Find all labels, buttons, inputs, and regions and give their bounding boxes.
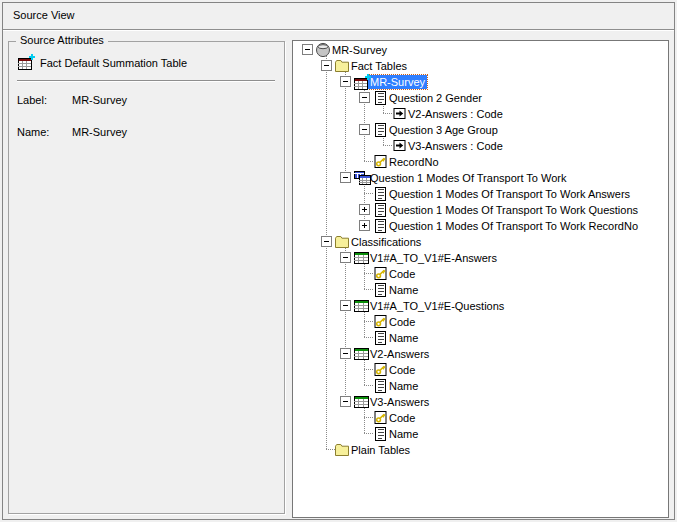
tree-item-label[interactable]: Name: [387, 379, 420, 393]
tree-item[interactable]: MR-Survey: [293, 42, 668, 58]
tree-item[interactable]: Code: [293, 362, 668, 378]
label-field-caption: Label:: [17, 94, 47, 106]
green-table-icon: [353, 250, 371, 266]
tree-item-label[interactable]: Name: [387, 283, 420, 297]
expand-toggle-expanded[interactable]: [359, 92, 370, 103]
expand-toggle-expanded[interactable]: [340, 252, 351, 263]
tree-item[interactable]: Name: [293, 378, 668, 394]
source-tree: MR-SurveyFact TablesMR-SurveyQuestion 2 …: [293, 41, 668, 517]
tree-item[interactable]: Question 2 Gender: [293, 90, 668, 106]
name-field-value: MR-Survey: [72, 126, 127, 138]
tree-item[interactable]: V3-Answers : Code: [293, 138, 668, 154]
doc-icon: [372, 90, 390, 106]
tree-item-label[interactable]: Name: [387, 427, 420, 441]
tree-item-label[interactable]: Question 1 Modes Of Transport To Work Qu…: [387, 203, 640, 217]
tree-item[interactable]: Name: [293, 330, 668, 346]
source-tree-panel[interactable]: MR-SurveyFact TablesMR-SurveyQuestion 2 …: [292, 40, 669, 518]
default-summation-table-label: Fact Default Summation Table: [40, 57, 187, 69]
green-table-icon: [353, 298, 371, 314]
tree-item[interactable]: V3-Answers: [293, 394, 668, 410]
tree-item-label[interactable]: Fact Tables: [349, 59, 409, 73]
expand-toggle-collapsed[interactable]: [359, 204, 370, 215]
expand-toggle-expanded[interactable]: [359, 124, 370, 135]
key-icon: [372, 410, 390, 426]
tree-item-label-selected[interactable]: MR-Survey: [368, 75, 427, 89]
doc-icon: [372, 282, 390, 298]
tree-item-label[interactable]: Question 1 Modes Of Transport To Work An…: [387, 187, 632, 201]
tree-item[interactable]: V2-Answers : Code: [293, 106, 668, 122]
tree-item-label[interactable]: Code: [387, 267, 417, 281]
tree-item-label[interactable]: Name: [387, 331, 420, 345]
tree-item[interactable]: V1#A_TO_V1#E-Questions: [293, 298, 668, 314]
tree-item-label[interactable]: Plain Tables: [349, 443, 412, 457]
doc-icon: [372, 202, 390, 218]
doc-icon: [372, 218, 390, 234]
arrow-icon: [391, 138, 409, 154]
doc-icon: [372, 186, 390, 202]
tree-item-label[interactable]: Question 1 Modes Of Transport To Work: [368, 171, 568, 185]
key-icon: [372, 314, 390, 330]
fact-table-icon: [353, 74, 371, 90]
database-icon: [315, 42, 333, 58]
tree-item-label[interactable]: V2-Answers : Code: [406, 107, 505, 121]
tree-item-label[interactable]: Code: [387, 411, 417, 425]
tree-item[interactable]: Question 3 Age Group: [293, 122, 668, 138]
arrow-icon: [391, 106, 409, 122]
tree-item[interactable]: Name: [293, 426, 668, 442]
green-table-icon: [353, 346, 371, 362]
green-table-icon: [353, 394, 371, 410]
expand-toggle-expanded[interactable]: [321, 236, 332, 247]
tree-item[interactable]: Question 1 Modes Of Transport To Work Re…: [293, 218, 668, 234]
tree-item[interactable]: Question 1 Modes Of Transport To Work An…: [293, 186, 668, 202]
doc-icon: [372, 122, 390, 138]
tree-item[interactable]: Name: [293, 282, 668, 298]
doc-icon: [372, 330, 390, 346]
expand-toggle-expanded[interactable]: [340, 172, 351, 183]
expand-toggle-expanded[interactable]: [340, 348, 351, 359]
key-icon: [372, 362, 390, 378]
tree-item-label[interactable]: V1#A_TO_V1#E-Answers: [368, 251, 499, 265]
expand-toggle-collapsed[interactable]: [359, 220, 370, 231]
doc-icon: [372, 378, 390, 394]
key-icon: [372, 154, 390, 170]
tree-item-label[interactable]: Code: [387, 315, 417, 329]
tree-item-label[interactable]: Question 1 Modes Of Transport To Work Re…: [387, 219, 640, 233]
tree-item[interactable]: Fact Tables: [293, 58, 668, 74]
tree-item-label[interactable]: V1#A_TO_V1#E-Questions: [368, 299, 506, 313]
tree-item[interactable]: V2-Answers: [293, 346, 668, 362]
expand-toggle-expanded[interactable]: [340, 396, 351, 407]
tree-item-label[interactable]: V3-Answers: [368, 395, 431, 409]
expand-toggle-expanded[interactable]: [321, 60, 332, 71]
folder-icon: [334, 58, 352, 74]
page-title: Source View: [13, 9, 75, 21]
tree-item[interactable]: Question 1 Modes Of Transport To Work Qu…: [293, 202, 668, 218]
tree-item-label[interactable]: Question 2 Gender: [387, 91, 484, 105]
tree-item-label[interactable]: Classifications: [349, 235, 423, 249]
expand-toggle-expanded[interactable]: [340, 300, 351, 311]
tree-item[interactable]: Code: [293, 266, 668, 282]
tree-item-label[interactable]: V2-Answers: [368, 347, 431, 361]
name-field-caption: Name:: [17, 126, 49, 138]
tree-item-label[interactable]: MR-Survey: [330, 43, 389, 57]
source-attributes-group: Source Attributes Fact Default Summation…: [8, 41, 285, 514]
tree-item[interactable]: Classifications: [293, 234, 668, 250]
expand-toggle-expanded[interactable]: [340, 76, 351, 87]
tree-item[interactable]: MR-Survey: [293, 74, 668, 90]
tree-item[interactable]: V1#A_TO_V1#E-Answers: [293, 250, 668, 266]
tree-item[interactable]: Code: [293, 410, 668, 426]
tree-item[interactable]: Code: [293, 314, 668, 330]
tree-item-label[interactable]: V3-Answers : Code: [406, 139, 505, 153]
tree-item-label[interactable]: Code: [387, 363, 417, 377]
tree-item[interactable]: RecordNo: [293, 154, 668, 170]
tree-item-label[interactable]: RecordNo: [387, 155, 441, 169]
label-field-value: MR-Survey: [72, 94, 127, 106]
expand-toggle-expanded[interactable]: [302, 44, 313, 55]
folder-icon: [334, 234, 352, 250]
attributes-separator: [17, 80, 275, 82]
tree-item[interactable]: Plain Tables: [293, 442, 668, 458]
source-view-window: Source View Source Attributes Fact Defau…: [0, 0, 677, 522]
fact-table-icon: [17, 54, 35, 70]
tree-item-label[interactable]: Question 3 Age Group: [387, 123, 500, 137]
key-icon: [372, 266, 390, 282]
tree-item[interactable]: Question 1 Modes Of Transport To Work: [293, 170, 668, 186]
